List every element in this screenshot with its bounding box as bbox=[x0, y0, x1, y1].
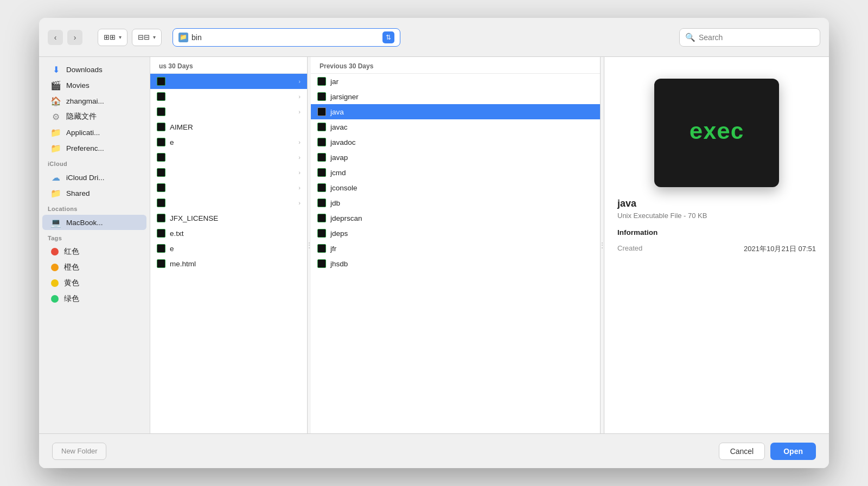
exec-icon bbox=[157, 259, 165, 268]
file-item-javac[interactable]: javac bbox=[311, 119, 600, 135]
shared-folder-icon: 📁 bbox=[51, 188, 61, 198]
search-bar[interactable]: 🔍 bbox=[679, 28, 820, 47]
sidebar-item-shared[interactable]: 📁 Shared bbox=[42, 186, 146, 201]
forward-button[interactable]: › bbox=[67, 30, 82, 45]
sidebar-item-movies[interactable]: 🎬 Movies bbox=[42, 78, 146, 93]
sidebar-item-tag-red[interactable]: 红色 bbox=[42, 244, 146, 259]
resize-handle-2[interactable] bbox=[601, 57, 604, 433]
file-item-name: jconsole bbox=[330, 184, 593, 192]
exec-icon bbox=[317, 92, 326, 101]
chevron-right-icon: › bbox=[298, 108, 301, 115]
file-item-jdeps[interactable]: jdeps bbox=[311, 226, 600, 241]
exec-icon bbox=[157, 168, 165, 177]
grid-dropdown-arrow: ▾ bbox=[153, 34, 156, 40]
file-item-jdeprscan[interactable]: jdeprscan bbox=[311, 210, 600, 226]
tag-label: 绿色 bbox=[64, 294, 79, 304]
exec-icon bbox=[157, 92, 165, 101]
file-item-name: javap bbox=[330, 154, 593, 162]
view-grid-button[interactable]: ⊟⊟ ▾ bbox=[132, 29, 162, 46]
file-item-jarsigner[interactable]: jarsigner bbox=[311, 89, 600, 104]
file-item-html[interactable]: me.html bbox=[150, 256, 307, 271]
file-item-name: e bbox=[170, 138, 294, 146]
exec-preview-icon: exec bbox=[654, 79, 779, 187]
file-item-selected[interactable]: › bbox=[150, 74, 307, 89]
file-item-blank3[interactable]: › bbox=[150, 180, 307, 195]
file-item-name: javac bbox=[330, 123, 593, 131]
location-chevron-icon[interactable]: ⇅ bbox=[382, 31, 394, 43]
sidebar-item-macbook[interactable]: 💻 MacBook... bbox=[42, 215, 146, 230]
sidebar-item-label: Applicati... bbox=[66, 129, 100, 137]
file-item-blank4[interactable]: › bbox=[150, 195, 307, 210]
search-icon: 🔍 bbox=[685, 33, 695, 42]
file-item-jfr[interactable]: jfr bbox=[311, 241, 600, 256]
file-pane-2: Previous 30 Days jar jarsigner java java… bbox=[311, 57, 601, 433]
view-dropdown-arrow: ▾ bbox=[119, 34, 122, 40]
sidebar-item-downloads[interactable]: ⬇ Downloads bbox=[42, 62, 146, 77]
icloud-icon: ☁ bbox=[51, 172, 61, 182]
file-item-e[interactable]: e › bbox=[150, 135, 307, 150]
sidebar-item-icloud-drive[interactable]: ☁ iCloud Dri... bbox=[42, 170, 146, 185]
sidebar-item-tag-green[interactable]: 绿色 bbox=[42, 291, 146, 306]
cancel-button[interactable]: Cancel bbox=[719, 443, 765, 460]
exec-icon bbox=[317, 199, 326, 207]
file-item-3[interactable]: › bbox=[150, 104, 307, 119]
file-item-javap[interactable]: javap bbox=[311, 150, 600, 165]
file-item-java[interactable]: java bbox=[311, 104, 600, 119]
applications-folder-icon: 📁 bbox=[51, 127, 61, 137]
file-item-e2[interactable]: e bbox=[150, 241, 307, 256]
file-item-name: jdb bbox=[330, 199, 593, 207]
sidebar-item-hidden[interactable]: ⚙ 隐藏文件 bbox=[42, 109, 146, 124]
file-item-jfx[interactable]: JFX_LICENSE bbox=[150, 210, 307, 226]
file-pane-1: us 30 Days › › › AI bbox=[150, 57, 308, 433]
sidebar-item-tag-yellow[interactable]: 黄色 bbox=[42, 276, 146, 291]
file-dialog: ‹ › ⊞⊞ ▾ ⊟⊟ ▾ 📁 bin ⇅ 🔍 bbox=[39, 18, 829, 468]
file-item-2[interactable]: › bbox=[150, 89, 307, 104]
sidebar-item-zhangmai[interactable]: 🏠 zhangmai... bbox=[42, 93, 146, 108]
sidebar-item-tag-orange[interactable]: 橙色 bbox=[42, 260, 146, 275]
exec-icon bbox=[157, 199, 165, 207]
file-item-name: jdeprscan bbox=[330, 214, 593, 222]
file-item-javadoc[interactable]: javadoc bbox=[311, 135, 600, 150]
file-item-jar[interactable]: jar bbox=[311, 74, 600, 89]
search-input[interactable] bbox=[699, 33, 814, 42]
new-folder-button[interactable]: New Folder bbox=[52, 443, 106, 460]
exec-icon bbox=[317, 259, 326, 268]
location-bar[interactable]: 📁 bin ⇅ bbox=[173, 28, 400, 47]
tags-section-label: Tags bbox=[39, 231, 150, 244]
exec-icon bbox=[157, 229, 165, 238]
file-item-jdb[interactable]: jdb bbox=[311, 195, 600, 210]
sidebar-item-label: iCloud Dri... bbox=[66, 174, 105, 182]
open-button[interactable]: Open bbox=[770, 443, 816, 460]
exec-icon bbox=[157, 107, 165, 116]
chevron-right-icon: › bbox=[298, 78, 301, 85]
tag-label: 黄色 bbox=[64, 278, 79, 288]
sidebar-item-preferences[interactable]: 📁 Preferenc... bbox=[42, 140, 146, 156]
sidebar-item-label: Downloads bbox=[66, 66, 103, 74]
columns-icon: ⊞⊞ bbox=[104, 33, 116, 41]
view-columns-button[interactable]: ⊞⊞ ▾ bbox=[98, 29, 127, 46]
back-button[interactable]: ‹ bbox=[48, 30, 63, 45]
exec-icon bbox=[317, 153, 326, 162]
downloads-icon: ⬇ bbox=[51, 65, 61, 74]
file-item-blank1[interactable]: › bbox=[150, 150, 307, 165]
movies-icon: 🎬 bbox=[51, 80, 61, 90]
file-item-disclaimer[interactable]: AIMER bbox=[150, 119, 307, 135]
yellow-tag-dot bbox=[51, 279, 59, 287]
file-item-jconsole[interactable]: jconsole bbox=[311, 180, 600, 195]
file-item-jhsdb[interactable]: jhsdb bbox=[311, 256, 600, 271]
file-item-blank2[interactable]: › bbox=[150, 165, 307, 180]
orange-tag-dot bbox=[51, 264, 59, 271]
tag-label: 红色 bbox=[64, 247, 79, 257]
locations-section-label: Locations bbox=[39, 201, 150, 214]
main-content: ⬇ Downloads 🎬 Movies 🏠 zhangmai... ⚙ 隐藏文… bbox=[39, 57, 829, 433]
file-item-etxt[interactable]: e.txt bbox=[150, 226, 307, 241]
sidebar: ⬇ Downloads 🎬 Movies 🏠 zhangmai... ⚙ 隐藏文… bbox=[39, 57, 150, 433]
sidebar-item-applications[interactable]: 📁 Applicati... bbox=[42, 125, 146, 140]
file-item-jcmd[interactable]: jcmd bbox=[311, 165, 600, 180]
chevron-right-icon: › bbox=[298, 154, 301, 161]
exec-icon bbox=[157, 214, 165, 222]
created-label: Created bbox=[617, 244, 642, 254]
icloud-section-label: iCloud bbox=[39, 156, 150, 169]
gear-icon: ⚙ bbox=[51, 112, 61, 122]
location-folder-icon: 📁 bbox=[178, 33, 188, 42]
